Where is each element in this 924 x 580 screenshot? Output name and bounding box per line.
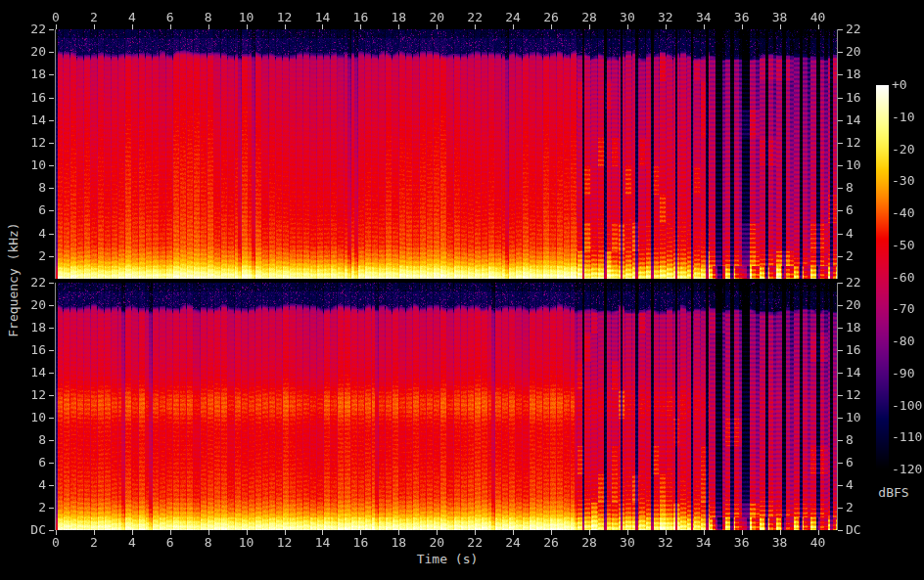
time-tick-mark	[475, 24, 476, 29]
freq-tick-mark	[838, 328, 843, 329]
freq-tick-label: 20	[0, 45, 46, 59]
freq-tick-label: 4	[0, 227, 46, 241]
freq-tick-label: 16	[846, 343, 861, 357]
freq-tick-mark	[838, 143, 843, 144]
time-tick-label: 22	[467, 11, 483, 24]
db-tick-label: -110	[892, 430, 922, 444]
freq-tick-mark	[838, 165, 843, 166]
freq-tick-label: 8	[0, 181, 46, 195]
freq-tick-mark	[49, 485, 54, 486]
freq-tick-label: 20	[0, 298, 46, 312]
freq-tick-label: 22	[846, 276, 861, 290]
db-tick-label: -40	[892, 206, 914, 220]
freq-tick-label: 6	[0, 456, 46, 469]
freq-tick-label: 12	[846, 136, 861, 150]
freq-tick-label: 20	[846, 45, 861, 59]
freq-tick-label: 8	[846, 181, 854, 195]
freq-tick-mark	[49, 256, 54, 257]
freq-tick-label: 12	[0, 388, 46, 402]
time-tick-label: 6	[166, 536, 174, 550]
time-tick-label: 34	[696, 536, 712, 550]
freq-tick-label: 2	[0, 249, 46, 263]
freq-tick-mark	[838, 52, 843, 53]
time-tick-mark	[551, 24, 552, 29]
freq-tick-mark	[49, 98, 54, 99]
freq-tick-label: 18	[846, 321, 861, 335]
freq-tick-label: 16	[846, 91, 861, 105]
freq-tick-mark	[49, 283, 54, 284]
time-tick-label: 16	[353, 11, 369, 24]
time-tick-mark	[208, 24, 209, 29]
freq-tick-label: 16	[0, 343, 46, 357]
freq-tick-label: 18	[0, 67, 46, 81]
freq-tick-label: 14	[846, 366, 861, 379]
freq-tick-label: 10	[0, 158, 46, 172]
db-tick-label: -70	[892, 302, 914, 316]
time-tick-mark	[398, 24, 399, 29]
db-tick-label: -120	[892, 463, 922, 476]
freq-tick-mark	[838, 485, 843, 486]
freq-tick-label: 4	[0, 478, 46, 492]
freq-tick-label: 8	[846, 433, 854, 447]
time-tick-label: 20	[429, 536, 444, 550]
freq-tick-mark	[49, 52, 54, 53]
freq-tick-mark	[49, 29, 54, 30]
freq-tick-label: 14	[846, 113, 861, 127]
freq-tick-label: 20	[846, 298, 861, 312]
freq-tick-label: 18	[0, 321, 46, 335]
time-tick-label: 38	[772, 536, 788, 550]
time-tick-mark	[818, 24, 819, 29]
freq-tick-label: 12	[846, 388, 861, 402]
freq-tick-mark	[838, 256, 843, 257]
freq-tick-label: 22	[846, 22, 861, 36]
time-tick-label: 2	[90, 11, 98, 24]
time-tick-label: 32	[658, 536, 673, 550]
freq-tick-mark	[838, 210, 843, 211]
freq-tick-mark	[838, 508, 843, 509]
freq-tick-label: 4	[846, 478, 854, 492]
time-tick-mark	[666, 24, 667, 29]
freq-tick-label: 6	[0, 203, 46, 217]
time-tick-label: 24	[505, 11, 521, 24]
freq-tick-mark	[838, 463, 843, 464]
db-tick-label: -30	[892, 174, 914, 188]
time-tick-label: 4	[128, 11, 136, 24]
time-tick-label: 14	[315, 11, 331, 24]
freq-tick-mark	[838, 283, 843, 284]
freq-tick-label: 4	[846, 227, 854, 241]
spek-spectrogram-window: Frequency (kHz) Time (s) dBFS 0022446688…	[0, 0, 924, 580]
freq-tick-mark	[49, 530, 54, 531]
db-tick-label: -60	[892, 271, 914, 285]
freq-tick-mark	[838, 350, 843, 351]
time-tick-label: 22	[467, 536, 483, 550]
time-tick-mark	[247, 24, 248, 29]
freq-tick-label: 2	[846, 249, 854, 263]
db-tick-label: -100	[892, 399, 922, 413]
time-tick-mark	[627, 24, 628, 29]
freq-tick-mark	[49, 373, 54, 374]
time-tick-label: 6	[166, 11, 174, 24]
freq-tick-mark	[838, 418, 843, 419]
time-tick-label: 24	[505, 536, 521, 550]
freq-tick-label: 10	[846, 411, 861, 424]
freq-tick-mark	[838, 74, 843, 75]
time-tick-mark	[322, 24, 323, 29]
time-tick-label: 8	[205, 11, 212, 24]
time-tick-mark	[513, 24, 514, 29]
time-tick-label: 10	[239, 11, 254, 24]
time-tick-label: 12	[277, 11, 293, 24]
freq-tick-label: 16	[0, 91, 46, 105]
time-tick-label: 16	[353, 536, 369, 550]
time-tick-label: 14	[315, 536, 331, 550]
freq-tick-label: 14	[0, 366, 46, 379]
freq-tick-label: 6	[846, 456, 854, 469]
freq-tick-label: 8	[0, 433, 46, 447]
time-tick-label: 4	[128, 536, 136, 550]
freq-tick-mark	[49, 234, 54, 235]
freq-tick-mark	[49, 305, 54, 306]
freq-tick-mark	[49, 120, 54, 121]
time-tick-label: 2	[90, 536, 98, 550]
freq-tick-label: 22	[0, 276, 46, 290]
freq-tick-mark	[49, 440, 54, 441]
time-tick-mark	[170, 24, 171, 29]
